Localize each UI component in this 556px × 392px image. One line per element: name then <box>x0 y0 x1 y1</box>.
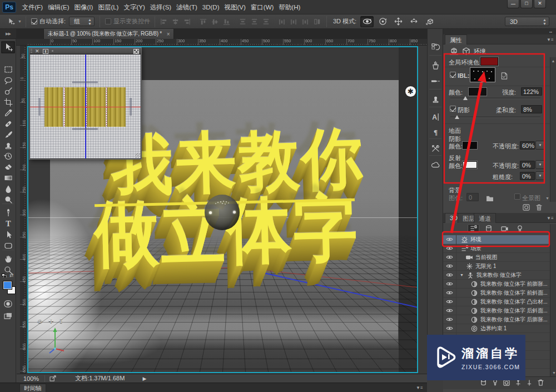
3d-axis-gizmo[interactable] <box>45 325 71 354</box>
scene-item-我来教你 做立体字 后斜面...[interactable]: 我来教你 做立体字 后斜面... <box>443 306 550 315</box>
character-panel-icon[interactable]: A <box>429 111 441 122</box>
distribute-right-button[interactable] <box>300 17 311 27</box>
auto-select-dropdown[interactable]: 组▲▼ <box>69 17 95 26</box>
tab-close-icon[interactable]: × <box>167 31 170 37</box>
scene-item-环境[interactable]: 环境 <box>443 235 550 244</box>
scene-item-当前视图[interactable]: 当前视图 <box>443 253 550 262</box>
filter-materials-button[interactable] <box>499 224 510 233</box>
ibl-light-widget[interactable]: ✱ <box>405 86 416 97</box>
tool-pen[interactable] <box>1 206 15 219</box>
pin-icon[interactable] <box>515 379 521 387</box>
visibility-eye-icon[interactable] <box>443 262 456 271</box>
trash-icon[interactable] <box>533 202 544 212</box>
scale-3d-button[interactable] <box>423 16 436 27</box>
visibility-eye-icon[interactable] <box>443 306 456 315</box>
visibility-eye-icon[interactable] <box>443 315 456 324</box>
ground-shadow-color-swatch[interactable] <box>463 142 477 149</box>
ibl-texture-thumbnail[interactable] <box>470 67 495 82</box>
shadow-checkbox[interactable] <box>450 106 456 112</box>
3d-axis-tools[interactable]: ⊕ ✛ 𝕀 <box>37 317 64 325</box>
brush-presets-icon[interactable] <box>429 76 441 87</box>
softness-slider[interactable] <box>450 117 540 118</box>
menu-select[interactable]: 选择(S) <box>147 0 173 14</box>
timeline-tab[interactable]: 时间轴 <box>19 384 46 392</box>
clone-source-icon[interactable] <box>429 93 441 105</box>
texture-window-close-icon[interactable]: ✕ <box>35 48 39 54</box>
foreground-color-swatch[interactable] <box>3 281 12 290</box>
texture-window-titlebar[interactable]: ✕ ⬇ <box>29 47 141 54</box>
scene-panel-menu-icon[interactable]: ▼≡ <box>547 216 554 221</box>
tab-properties[interactable]: 属性 <box>445 34 467 44</box>
add-mesh-icon[interactable] <box>480 379 487 387</box>
history-panel-icon[interactable] <box>429 42 441 53</box>
filter-lights-button[interactable] <box>514 224 526 233</box>
align-middle-button[interactable] <box>209 17 221 27</box>
horizontal-ruler[interactable]: 0501001502002503003504004505005506006507… <box>26 39 427 46</box>
reflection-opacity-input[interactable]: 0% <box>520 161 535 169</box>
window-resize-grip[interactable] <box>136 153 140 158</box>
shadow-opacity-input[interactable]: 60% <box>520 141 535 150</box>
visibility-eye-icon[interactable] <box>443 324 456 333</box>
properties-menu-icon[interactable]: ▼≡ <box>547 37 554 42</box>
drag-3d-button[interactable] <box>391 16 405 27</box>
quick-mask-button[interactable] <box>1 297 15 310</box>
dock-collapse-icon[interactable]: ▪▪ <box>549 29 552 34</box>
show-transform-checkbox[interactable] <box>105 18 111 24</box>
align-bottom-button[interactable] <box>221 17 232 27</box>
visibility-eye-icon[interactable] <box>443 297 456 306</box>
reflection-color-swatch[interactable] <box>463 161 477 168</box>
tool-dodge[interactable] <box>1 193 15 206</box>
orbit-3d-button[interactable] <box>360 16 374 27</box>
distribute-bottom-button[interactable] <box>260 17 272 27</box>
visibility-eye-icon[interactable] <box>443 253 456 262</box>
visibility-eye-icon[interactable] <box>443 235 456 244</box>
tool-type[interactable]: T <box>1 217 15 230</box>
menu-edit[interactable]: 编辑(E) <box>46 0 72 14</box>
properties-scrollbar[interactable]: ▲ <box>550 57 556 202</box>
add-light-icon[interactable] <box>493 379 498 387</box>
expand-arrow-icon[interactable]: ▼ <box>460 273 464 277</box>
tool-preset-caret[interactable]: ▼ <box>18 19 22 23</box>
render-icon[interactable] <box>503 380 510 387</box>
scene-item-我来教你 做立体字 后膨胀...[interactable]: 我来教你 做立体字 后膨胀... <box>443 315 550 324</box>
document-tab[interactable]: 未标题-1 @ 100% (我来教你 做立体字, RGB/8) * × <box>43 29 174 39</box>
scene-item-我来教你 做立体字 凸出材...[interactable]: 我来教你 做立体字 凸出材... <box>443 297 550 306</box>
timeline-menu-icon[interactable]: ▼≡ <box>416 385 423 390</box>
doc-size-info[interactable]: 文档:1.37M/1.68M <box>75 374 125 383</box>
tool-zoom[interactable] <box>1 264 15 276</box>
env-color-swatch[interactable] <box>469 88 487 96</box>
properties-scroll-caret[interactable]: ▼ <box>545 196 549 200</box>
menu-type[interactable]: 文字(Y) <box>121 0 147 14</box>
menu-layer[interactable]: 图层(L) <box>96 0 121 14</box>
menu-file[interactable]: 文件(F) <box>19 0 46 14</box>
global-env-color-swatch[interactable] <box>480 57 498 66</box>
vertical-ruler[interactable]: 5005010015020025030035040045050055060065… <box>20 46 26 374</box>
workspace-switcher[interactable]: 3D▲▼ <box>505 17 549 26</box>
align-center-h-button[interactable] <box>170 17 181 27</box>
pin-small-icon[interactable] <box>527 379 532 387</box>
zoom-level[interactable]: 100% <box>17 375 44 382</box>
filter-meshes-button[interactable] <box>483 224 495 233</box>
3d-sphere-object[interactable] <box>205 195 240 230</box>
visibility-eye-icon[interactable] <box>443 271 456 280</box>
distribute-center-button[interactable] <box>288 17 300 27</box>
canvas-area[interactable]: 我来教你 我来教你 我来教你 做立体字 做立体字 做立体字 ✱ ⊕ ✛ 𝕀 <box>26 46 427 374</box>
ibl-checkbox[interactable] <box>450 72 456 78</box>
move-tool-icon[interactable] <box>6 17 17 27</box>
scene-item-我来教你 做立体字[interactable]: ▼我来教你 做立体字 <box>443 271 550 280</box>
screen-mode-button[interactable] <box>1 310 15 322</box>
status-play-icon[interactable]: ▶ <box>142 376 146 381</box>
align-left-button[interactable] <box>158 17 170 27</box>
distribute-middle-button[interactable] <box>249 17 260 27</box>
scene-item-无限光 1[interactable]: 无限光 1 <box>443 262 550 271</box>
paragraph-panel-icon[interactable]: ¶ <box>429 126 441 137</box>
align-top-button[interactable] <box>197 17 209 27</box>
delete-icon[interactable] <box>538 379 544 387</box>
shadow-opacity-dropdown[interactable]: ▼ <box>535 141 545 150</box>
scene-item-边界约束 1[interactable]: 边界约束 1 <box>443 324 550 333</box>
softness-input[interactable]: 8% <box>521 105 542 113</box>
menu-window[interactable]: 窗口(W) <box>248 0 276 14</box>
live-preview-icon[interactable] <box>520 202 532 212</box>
ibl-texture-file-icon[interactable] <box>499 71 510 81</box>
distribute-top-button[interactable] <box>237 17 249 27</box>
